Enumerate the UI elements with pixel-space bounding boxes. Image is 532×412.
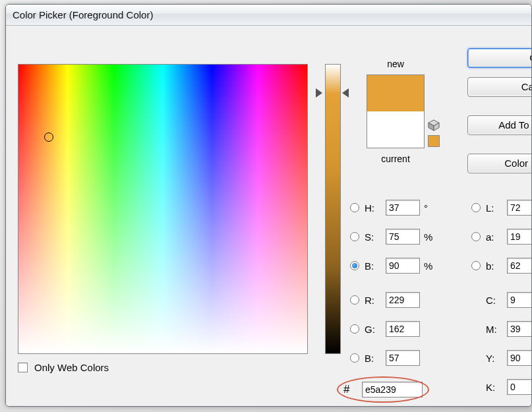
a-label: a: <box>486 231 503 243</box>
sat-unit: % <box>424 231 436 243</box>
bri-unit: % <box>424 260 436 272</box>
cancel-button[interactable]: Cancel <box>467 77 532 97</box>
g-input[interactable] <box>386 321 420 337</box>
b-radio[interactable] <box>350 353 359 363</box>
web-colors-checkbox[interactable] <box>18 363 28 372</box>
hue-input[interactable] <box>386 200 420 216</box>
hue-label: H: <box>365 202 382 214</box>
hex-row: # <box>343 382 427 397</box>
a-input[interactable] <box>507 229 532 245</box>
lab-b-row: b: <box>471 258 532 274</box>
L-row: L: <box>471 200 532 216</box>
b-input[interactable] <box>386 350 420 366</box>
button-column: OK Cancel Add To Swatches Color Librarie… <box>467 48 532 183</box>
b-label: B: <box>365 353 382 364</box>
k-input[interactable] <box>507 379 532 395</box>
sat-row: S: % <box>350 229 436 245</box>
bri-radio[interactable] <box>350 261 359 270</box>
color-libraries-button[interactable]: Color Libraries <box>467 154 532 173</box>
ok-button[interactable]: OK <box>467 48 532 68</box>
color-field-cursor[interactable] <box>44 132 53 142</box>
b-row: B: <box>350 350 424 366</box>
add-to-swatches-button[interactable]: Add To Swatches <box>467 115 532 135</box>
r-radio[interactable] <box>350 295 359 305</box>
mini-swatch[interactable] <box>428 135 440 147</box>
a-radio[interactable] <box>471 232 481 241</box>
hex-prefix: # <box>343 383 358 396</box>
bri-label: B: <box>365 260 382 272</box>
swatch-preview: new current <box>353 59 438 169</box>
g-row: G: <box>350 321 424 337</box>
dialog-content: new current OK Cancel Add To Swatches <box>6 26 531 406</box>
L-label: L: <box>486 202 503 214</box>
new-label: new <box>353 59 438 69</box>
lab-b-radio[interactable] <box>471 261 481 270</box>
sat-input[interactable] <box>386 229 420 245</box>
r-row: R: <box>350 292 424 308</box>
hue-row: H: ° <box>350 200 436 216</box>
bri-row: B: % <box>350 258 436 274</box>
hue-unit: ° <box>424 202 436 214</box>
k-row: K: <box>486 379 532 395</box>
m-input[interactable] <box>507 321 532 337</box>
a-row: a: <box>471 229 532 245</box>
c-row: C: <box>486 292 532 308</box>
brightness-slider-thumb[interactable] <box>316 88 345 98</box>
c-label: C: <box>486 295 503 306</box>
lab-b-input[interactable] <box>507 258 532 274</box>
color-field[interactable] <box>18 64 308 354</box>
g-label: G: <box>365 324 382 335</box>
y-input[interactable] <box>507 350 532 366</box>
hue-radio[interactable] <box>350 203 359 212</box>
brightness-slider-track <box>325 64 341 354</box>
lab-b-label: b: <box>486 260 503 272</box>
r-input[interactable] <box>386 292 420 308</box>
web-colors-row: Only Web Colors <box>18 362 109 373</box>
bri-input[interactable] <box>386 258 420 274</box>
cube-icon[interactable] <box>428 119 440 131</box>
sat-radio[interactable] <box>350 232 359 241</box>
k-label: K: <box>486 382 503 393</box>
dialog-window: Color Picker (Foreground Color) new curr… <box>5 4 532 407</box>
y-label: Y: <box>486 353 503 364</box>
sat-label: S: <box>365 231 382 243</box>
y-row: Y: <box>486 350 532 366</box>
current-label: current <box>353 154 438 164</box>
swatch-current[interactable] <box>367 111 424 148</box>
m-label: M: <box>486 324 503 335</box>
c-input[interactable] <box>507 292 532 308</box>
swatch-new[interactable] <box>367 75 424 111</box>
web-colors-label: Only Web Colors <box>34 362 109 373</box>
brightness-slider[interactable] <box>316 64 345 354</box>
g-radio[interactable] <box>350 324 359 334</box>
titlebar: Color Picker (Foreground Color) <box>6 5 531 26</box>
hex-input[interactable] <box>362 382 423 397</box>
swatch-box <box>367 74 425 148</box>
L-input[interactable] <box>507 200 532 216</box>
window-title: Color Picker (Foreground Color) <box>13 9 153 20</box>
L-radio[interactable] <box>471 203 481 212</box>
m-row: M: <box>486 321 532 337</box>
r-label: R: <box>365 295 382 306</box>
